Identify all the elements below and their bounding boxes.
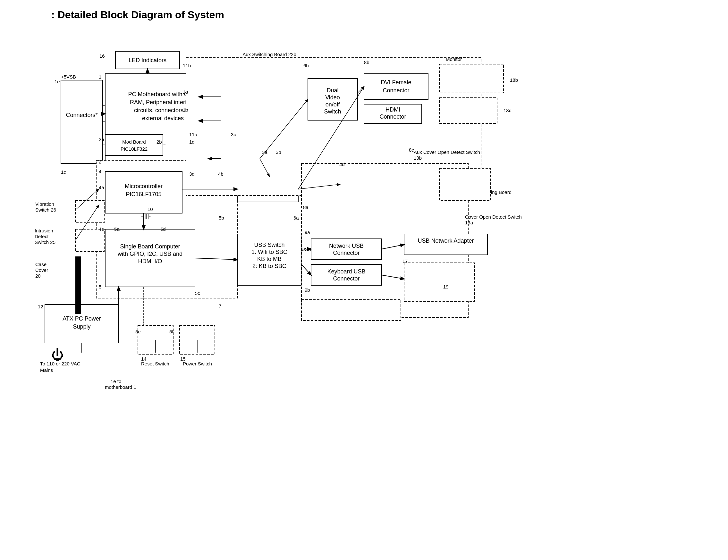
svg-text:PIC16LF1705: PIC16LF1705 [126,191,161,198]
svg-rect-74 [439,64,504,93]
svg-text:HDMI: HDMI [385,106,400,113]
svg-text:Vibration: Vibration [35,201,54,207]
svg-text:⏻: ⏻ [51,347,64,361]
svg-text:4c: 4c [99,226,104,232]
svg-text:Dual: Dual [326,87,338,94]
svg-text:Detect: Detect [35,234,49,239]
svg-text:3d: 3d [189,171,195,177]
svg-text:Keyboard USB: Keyboard USB [327,268,365,275]
svg-text:13a: 13a [465,220,473,225]
svg-text:7: 7 [219,303,221,309]
svg-text:Power Switch: Power Switch [183,361,212,366]
svg-text:DVI Female: DVI Female [381,79,411,86]
svg-text:1: 1 [99,74,101,80]
svg-rect-43 [364,74,428,99]
svg-rect-0 [61,80,103,164]
svg-text:USB Switch: USB Switch [254,242,284,248]
svg-text:USB Network  Adapter: USB Network Adapter [418,238,474,244]
svg-text:5e: 5e [135,329,141,334]
svg-text:Aux Cover Open Detect Switch: Aux Cover Open Detect Switch [414,149,480,155]
svg-text:Monitor: Monitor [446,56,462,62]
svg-text:Single Board Computer: Single Board Computer [120,243,180,250]
svg-text:4a: 4a [99,185,104,190]
svg-text:15: 15 [180,356,186,361]
svg-text:-||||-: -||||- [141,213,151,219]
svg-text:Connector: Connector [383,87,409,94]
svg-text:on/off: on/off [326,101,340,108]
svg-text:2b: 2b [157,139,162,145]
page-title: : Detailed Block Diagram of System [51,9,224,21]
svg-text:Mod Board: Mod Board [122,139,146,145]
svg-text:Connector: Connector [379,114,406,120]
svg-rect-94 [75,257,81,314]
svg-rect-55 [311,239,382,260]
svg-text:+5VSB: +5VSB [61,74,76,80]
svg-rect-178 [301,300,401,320]
svg-text:Reset Switch: Reset Switch [141,361,169,366]
svg-text:3c: 3c [231,132,236,137]
svg-text:motherboard 1: motherboard 1 [105,384,136,390]
svg-text:9a: 9a [305,230,310,235]
svg-rect-82 [404,263,475,301]
svg-text:with GPIO, I2C, USB and: with GPIO, I2C, USB and [117,251,182,257]
svg-text:3b: 3b [276,149,281,155]
svg-text:14: 14 [141,356,147,361]
svg-text:Switch 26: Switch 26 [35,207,56,213]
svg-text:2a: 2a [99,137,104,142]
svg-text:16: 16 [99,53,105,59]
svg-text:8b: 8b [364,60,369,65]
svg-text:1d: 1d [189,139,195,145]
svg-text:5a: 5a [114,226,120,232]
svg-text:Supply: Supply [73,323,90,330]
svg-text:To 110 or 220 VAC: To 110 or 220 VAC [40,361,80,366]
svg-text:5f: 5f [169,329,174,334]
svg-text:Case: Case [35,262,47,267]
svg-text:8a: 8a [303,205,309,210]
svg-text:2: KB to SBC: 2: KB to SBC [252,263,286,269]
svg-text:ATX PC Power: ATX PC Power [63,315,101,322]
svg-text:6b: 6b [303,63,309,68]
svg-text:Switch 25: Switch 25 [35,240,55,245]
svg-text:PIC10LF322: PIC10LF322 [121,146,148,152]
diagram-container: Connectors* PC Motherboard with CPU, RAM… [19,26,718,551]
svg-text:11a: 11a [189,132,198,137]
svg-text:Microcontroller: Microcontroller [125,183,163,190]
svg-text:5b: 5b [219,215,224,221]
svg-text:5d: 5d [160,226,166,232]
svg-text:Network USB: Network USB [329,243,364,249]
svg-rect-58 [311,265,382,285]
svg-text:12: 12 [38,304,43,309]
svg-text:2: 2 [99,159,101,165]
svg-text:Cover Open Detect Switch: Cover Open Detect Switch [465,214,522,220]
svg-rect-61 [404,234,487,255]
svg-text:1e to: 1e to [111,378,121,384]
svg-text:4b: 4b [218,171,224,177]
svg-text:18b: 18b [510,77,518,83]
svg-text:KB to MB: KB to MB [257,256,282,262]
svg-rect-17 [105,135,163,156]
svg-text:8c: 8c [409,147,414,153]
svg-text:Connector: Connector [333,250,360,256]
svg-text:Switch: Switch [324,108,341,115]
svg-rect-86 [75,200,104,223]
svg-rect-90 [75,229,104,252]
svg-text:11b: 11b [183,63,191,68]
svg-text:4d: 4d [339,162,345,167]
svg-text:1: Wifi to SBC: 1: Wifi to SBC [251,249,287,255]
svg-text:Aux Switching Board 22b: Aux Switching Board 22b [242,52,296,57]
svg-text:5c: 5c [195,290,200,296]
svg-text:19: 19 [443,284,449,289]
svg-text:10: 10 [148,207,153,212]
svg-text:1c: 1c [61,169,66,175]
svg-text:5: 5 [99,284,101,289]
svg-text:HDMI I/O: HDMI I/O [138,258,162,265]
svg-text:Connectors*: Connectors* [66,112,97,118]
svg-text:17: 17 [402,259,408,264]
svg-text:LED Indicators: LED Indicators [129,57,166,64]
svg-text:13b: 13b [414,155,422,161]
svg-text:1b: 1b [183,107,188,113]
svg-text:Cover: Cover [35,267,48,273]
svg-text:Intrusion: Intrusion [35,228,53,233]
svg-text:Video: Video [325,94,340,101]
svg-text:external devices: external devices [142,115,184,122]
